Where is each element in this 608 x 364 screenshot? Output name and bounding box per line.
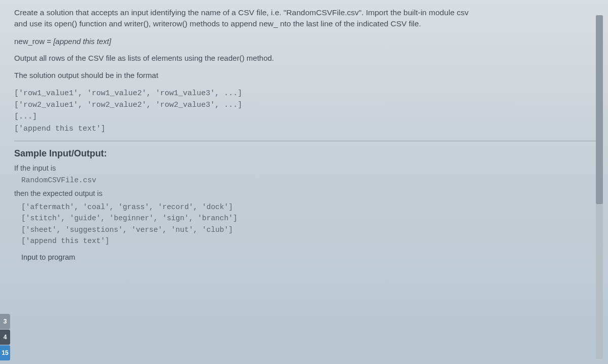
output-description: Output all rows of the CSV file as lists…	[14, 53, 597, 64]
format-block: ['row1_value1', 'row1_value2', 'row1_val…	[14, 88, 597, 135]
tab-15[interactable]: 15	[0, 345, 10, 360]
sample-output-block: ['aftermath', 'coal', 'grass', 'record',…	[21, 201, 597, 247]
variable-assignment: new_row = [append this text]	[14, 37, 597, 46]
intro-line-1: Create a solution that accepts an input …	[14, 8, 469, 17]
intro-paragraph: Create a solution that accepts an input …	[14, 7, 597, 30]
tab-3[interactable]: 3	[0, 314, 10, 329]
format-description: The solution output should be in the for…	[14, 70, 597, 82]
sample-io-heading: Sample Input/Output:	[14, 148, 597, 159]
tab-4[interactable]: 4	[0, 330, 10, 345]
intro-line-2: and use its open() function and writer()…	[14, 19, 421, 28]
var-left: new_row =	[14, 37, 53, 46]
left-tab-strip: 3 4 15	[0, 314, 10, 361]
divider-1	[14, 141, 597, 141]
scrollbar-track[interactable]	[596, 15, 603, 359]
problem-page: Create a solution that accepts an input …	[0, 0, 608, 364]
scrollbar-thumb[interactable]	[596, 15, 603, 204]
if-input-label: If the input is	[14, 164, 597, 172]
then-expected-label: then the expected output is	[14, 189, 597, 197]
sample-input-value: RandomCSVFile.csv	[21, 176, 597, 184]
input-to-program-label: Input to program	[21, 253, 597, 261]
var-right: [append this text]	[53, 37, 111, 46]
